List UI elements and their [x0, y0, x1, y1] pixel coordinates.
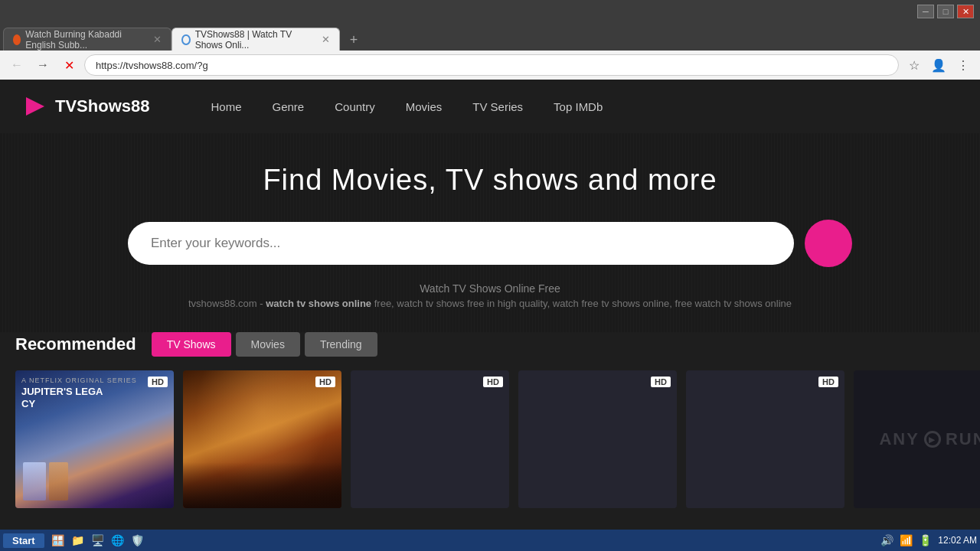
- nav-tvseries[interactable]: TV Series: [472, 100, 523, 113]
- reload-button[interactable]: ✕: [58, 54, 80, 76]
- desc-suffix: free, watch tv shows free in high qualit…: [371, 298, 792, 309]
- volume-icon[interactable]: 🔊: [880, 534, 893, 546]
- tab-2-favicon: [181, 34, 191, 45]
- description: tvshows88.com - watch tv shows online fr…: [15, 298, 965, 309]
- nav-genre[interactable]: Genre: [273, 100, 305, 113]
- taskbar-folder-icon[interactable]: 📁: [69, 531, 87, 549]
- watermark-text: ANY: [879, 429, 919, 449]
- start-button[interactable]: Start: [3, 533, 44, 548]
- movie-card-3[interactable]: HD: [351, 370, 509, 508]
- profile-icon[interactable]: 👤: [928, 54, 949, 76]
- movie-card-5[interactable]: HD: [686, 370, 844, 508]
- logo-icon: [23, 94, 47, 119]
- tab-2-label: TVShows88 | Watch TV Shows Onli...: [195, 29, 312, 51]
- tab-2-close[interactable]: ✕: [322, 34, 330, 45]
- tab-1-close[interactable]: ✕: [153, 34, 162, 45]
- close-button[interactable]: ✕: [957, 5, 974, 18]
- hd-badge-2: HD: [315, 377, 335, 387]
- movie-grid: A NETFLIX ORIGINAL SERIES JUPITER'S LEGA…: [15, 370, 965, 508]
- search-input-wrap: [128, 222, 794, 265]
- tab-movies[interactable]: Movies: [236, 332, 300, 357]
- toolbar-icons: ☆ 👤 ⋮: [903, 54, 974, 76]
- logo-text: TVShows88: [55, 96, 149, 116]
- nav-home[interactable]: Home: [211, 100, 241, 113]
- hd-badge-3: HD: [483, 377, 503, 387]
- nav-movies[interactable]: Movies: [406, 100, 443, 113]
- tab-trending[interactable]: Trending: [305, 332, 377, 357]
- movie-card-2[interactable]: HD: [183, 370, 341, 508]
- back-button[interactable]: ←: [6, 54, 28, 76]
- movie-card-1[interactable]: A NETFLIX ORIGINAL SERIES JUPITER'S LEGA…: [15, 370, 174, 508]
- window-controls: ─ □ ✕: [917, 5, 974, 18]
- title-bar: ─ □ ✕: [0, 0, 980, 23]
- nav-topimdb[interactable]: Top IMDb: [554, 100, 603, 113]
- tagline: Watch TV Shows Online Free: [15, 282, 965, 295]
- hd-badge-4: HD: [651, 377, 671, 387]
- search-input[interactable]: [128, 222, 794, 265]
- rec-tabs: TV Shows Movies Trending: [152, 332, 377, 357]
- movie-card-4[interactable]: HD: [518, 370, 677, 508]
- battery-icon[interactable]: 🔋: [919, 534, 932, 546]
- minimize-button[interactable]: ─: [917, 5, 934, 18]
- taskbar-items: 🪟 📁 🖥️ 🌐 🛡️: [49, 531, 147, 549]
- tab-2[interactable]: TVShows88 | Watch TV Shows Onli... ✕: [172, 28, 340, 51]
- taskbar: Start 🪟 📁 🖥️ 🌐 🛡️ 🔊 📶 🔋 12:02 AM: [0, 530, 980, 551]
- hero-section: Find Movies, TV shows and more Watch TV …: [0, 133, 980, 332]
- site-content: TVShows88 Home Genre Country Movies TV S…: [0, 80, 980, 530]
- tab-1-label: Watch Burning Kabaddi English Subb...: [25, 29, 144, 51]
- network-icon[interactable]: 📶: [900, 534, 913, 546]
- nav-links: Home Genre Country Movies TV Series Top …: [211, 100, 603, 113]
- menu-icon[interactable]: ⋮: [952, 54, 974, 76]
- logo-link[interactable]: TVShows88: [23, 94, 149, 119]
- clock: 12:02 AM: [938, 535, 977, 546]
- rec-title: Recommended: [15, 334, 136, 354]
- tab-tv-shows[interactable]: TV Shows: [152, 332, 231, 357]
- tab-bar: Watch Burning Kabaddi English Subb... ✕ …: [0, 23, 980, 51]
- watermark-run: RUN: [946, 429, 980, 449]
- tab-1[interactable]: Watch Burning Kabaddi English Subb... ✕: [3, 28, 172, 51]
- site-nav: TVShows88 Home Genre Country Movies TV S…: [0, 80, 980, 133]
- forward-button[interactable]: →: [32, 54, 54, 76]
- recommended-section: Recommended TV Shows Movies Trending A N…: [0, 332, 980, 508]
- taskbar-browser-icon[interactable]: 🌐: [109, 531, 127, 549]
- tab-1-favicon: [13, 34, 21, 45]
- new-tab-button[interactable]: +: [343, 29, 364, 51]
- rec-header: Recommended TV Shows Movies Trending: [15, 332, 965, 357]
- hd-badge-5: HD: [818, 377, 838, 387]
- browser-chrome: ─ □ ✕ Watch Burning Kabaddi English Subb…: [0, 0, 980, 80]
- desc-prefix: tvshows88.com -: [188, 298, 266, 309]
- hd-badge-1: HD: [148, 377, 168, 387]
- taskbar-ie-icon[interactable]: 🪟: [49, 531, 67, 549]
- svg-marker-0: [26, 97, 44, 116]
- nav-country[interactable]: Country: [335, 100, 375, 113]
- taskbar-computer-icon[interactable]: 🖥️: [89, 531, 107, 549]
- taskbar-security-icon[interactable]: 🛡️: [129, 531, 147, 549]
- desc-link[interactable]: watch tv shows online: [266, 298, 371, 309]
- movie-card-6[interactable]: ANY ▶ RUN HD: [854, 370, 980, 508]
- hero-title: Find Movies, TV shows and more: [15, 164, 965, 197]
- bookmark-icon[interactable]: ☆: [903, 54, 925, 76]
- address-input[interactable]: [84, 54, 899, 76]
- search-button[interactable]: [805, 220, 852, 267]
- search-row: [15, 220, 965, 267]
- address-bar-row: ← → ✕ ☆ 👤 ⋮: [0, 51, 980, 80]
- taskbar-right: 🔊 📶 🔋 12:02 AM: [880, 534, 977, 546]
- maximize-button[interactable]: □: [937, 5, 954, 18]
